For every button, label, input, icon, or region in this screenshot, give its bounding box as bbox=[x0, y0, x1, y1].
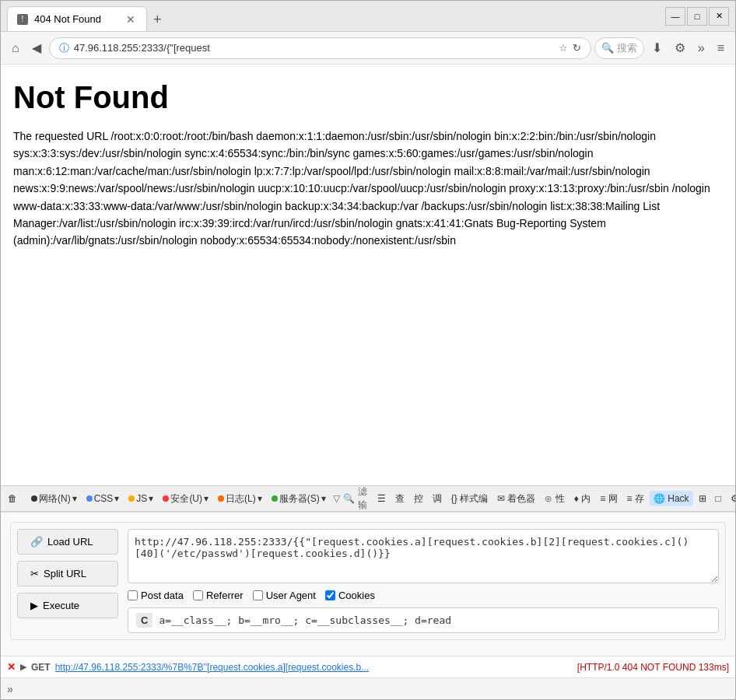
devtools-toolbar: 🗑 网络(N) ▾ CSS ▾ JS ▾ 安全(U) ▾ 日志(L) ▾ bbox=[1, 485, 735, 512]
css-arrow: ▾ bbox=[114, 493, 119, 504]
filter-label: 过滤输出 bbox=[358, 485, 367, 512]
tab-close-button[interactable]: ✕ bbox=[124, 13, 137, 26]
address-input-container[interactable]: ⓘ 47.96.118.255:2333/{"[request ☆ ↻ bbox=[49, 37, 591, 59]
security-arrow: ▾ bbox=[204, 493, 209, 504]
network-tab[interactable]: 网络(N) ▾ bbox=[27, 490, 81, 508]
debug-button[interactable]: 调 bbox=[429, 490, 446, 508]
hack-button[interactable]: 🌐 Hack bbox=[650, 491, 693, 506]
hackbar-main: Post data Referrer User Agent Cooki bbox=[128, 529, 719, 633]
settings-button[interactable]: ⚙ bbox=[670, 37, 690, 58]
cookie-value: a=__class__; b=__mro__; c=__subclasses__… bbox=[159, 614, 710, 626]
log-arrow: ▾ bbox=[258, 493, 262, 504]
server-arrow: ▾ bbox=[321, 493, 326, 504]
save-button[interactable]: ≡ 存 bbox=[623, 490, 648, 508]
execute-button[interactable]: ▶ Execute bbox=[17, 593, 118, 618]
search-icon: 🔍 bbox=[601, 42, 614, 54]
execute-icon: ▶ bbox=[30, 600, 38, 611]
js-arrow: ▾ bbox=[149, 493, 153, 504]
log-tab[interactable]: 日志(L) ▾ bbox=[214, 490, 266, 508]
split-url-icon: ✂ bbox=[30, 568, 39, 579]
error-marker: ✕ bbox=[7, 661, 16, 673]
maximize-button[interactable]: □ bbox=[687, 7, 707, 26]
back-button[interactable]: ◀ bbox=[27, 37, 46, 58]
browser-window: ! 404 Not Found ✕ + — □ ✕ ⌂ ◀ ⓘ 47.96.11… bbox=[0, 0, 736, 700]
prompt-arrow: » bbox=[7, 683, 13, 695]
post-data-checkbox[interactable] bbox=[128, 590, 138, 600]
inspect-button[interactable]: ☰ bbox=[373, 491, 390, 506]
control-button[interactable]: 控 bbox=[410, 490, 427, 508]
hackbar-options: Post data Referrer User Agent Cooki bbox=[128, 590, 719, 601]
page-title: Not Found bbox=[13, 80, 723, 115]
server-label: 服务器(S) bbox=[279, 492, 320, 506]
style-button[interactable]: {} 样式编 bbox=[447, 490, 492, 508]
user-agent-option[interactable]: User Agent bbox=[253, 590, 316, 601]
address-bar: ⌂ ◀ ⓘ 47.96.118.255:2333/{"[request ☆ ↻ … bbox=[1, 32, 735, 65]
more-button[interactable]: » bbox=[693, 38, 710, 58]
inner-button[interactable]: ♦ 内 bbox=[570, 490, 594, 508]
cookie-label: C bbox=[136, 613, 152, 628]
title-bar: ! 404 Not Found ✕ + — □ ✕ bbox=[1, 1, 735, 32]
hackbar-buttons: 🔗 Load URL ✂ Split URL ▶ Execute bbox=[17, 529, 118, 633]
tab-favicon: ! bbox=[17, 14, 28, 25]
cookies-label: Cookies bbox=[338, 590, 375, 601]
search-placeholder: 搜索 bbox=[617, 41, 637, 55]
load-url-label: Load URL bbox=[47, 536, 93, 548]
referrer-option[interactable]: Referrer bbox=[193, 590, 244, 601]
split-url-button[interactable]: ✂ Split URL bbox=[17, 561, 118, 586]
referrer-checkbox[interactable] bbox=[193, 590, 203, 600]
address-text: 47.96.118.255:2333/{"[request bbox=[74, 42, 554, 54]
grid-button[interactable]: ⊞ bbox=[695, 491, 710, 506]
download-button[interactable]: ⬇ bbox=[647, 37, 667, 58]
cookies-option[interactable]: Cookies bbox=[325, 590, 375, 601]
user-agent-checkbox[interactable] bbox=[253, 590, 263, 600]
post-data-option[interactable]: Post data bbox=[128, 590, 184, 601]
close-button[interactable]: ✕ bbox=[709, 7, 729, 26]
search-box[interactable]: 🔍 搜索 bbox=[594, 37, 644, 59]
security-dot bbox=[163, 495, 169, 502]
search-icon-filter: 🔍 bbox=[343, 493, 355, 504]
settings2-button[interactable]: ⚙ bbox=[727, 491, 735, 506]
network-dot bbox=[31, 495, 37, 502]
url-textarea[interactable] bbox=[128, 529, 719, 583]
rect-button[interactable]: □ bbox=[712, 491, 725, 506]
load-url-icon: 🔗 bbox=[30, 536, 43, 548]
split-url-label: Split URL bbox=[44, 568, 86, 579]
expand-arrow[interactable]: ▶ bbox=[20, 662, 26, 672]
security-label: 安全(U) bbox=[170, 492, 202, 506]
log-dot bbox=[218, 495, 224, 502]
perf-button[interactable]: ⊙ 性 bbox=[541, 490, 568, 508]
home-button[interactable]: ⌂ bbox=[7, 38, 24, 58]
hackbar-panel: 🔗 Load URL ✂ Split URL ▶ Execute bbox=[1, 512, 735, 656]
new-tab-button[interactable]: + bbox=[147, 9, 168, 31]
page-content: Not Found The requested URL /root:x:0:0:… bbox=[1, 65, 735, 485]
bookmark-icon[interactable]: ☆ bbox=[559, 42, 568, 54]
net-button[interactable]: ≡ 网 bbox=[596, 490, 621, 508]
filter-area: ▽ 🔍 过滤输出 bbox=[333, 485, 367, 512]
menu-button[interactable]: ≡ bbox=[713, 38, 729, 58]
cookies-checkbox[interactable] bbox=[325, 590, 335, 600]
cookie-row: C a=__class__; b=__mro__; c=__subclasses… bbox=[128, 607, 719, 633]
server-tab[interactable]: 服务器(S) ▾ bbox=[268, 490, 330, 508]
log-url[interactable]: http://47.96.118.255:2333/%7B%7B''[reque… bbox=[55, 662, 573, 673]
log-label: 日志(L) bbox=[226, 492, 256, 506]
load-url-button[interactable]: 🔗 Load URL bbox=[17, 529, 118, 555]
referrer-label: Referrer bbox=[206, 590, 244, 601]
network-label: 网络(N) bbox=[39, 492, 71, 506]
server-dot bbox=[272, 495, 278, 502]
color-button[interactable]: ✉ 着色器 bbox=[493, 490, 539, 508]
minimize-button[interactable]: — bbox=[665, 7, 685, 26]
reload-icon[interactable]: ↻ bbox=[573, 42, 581, 54]
log-status: [HTTP/1.0 404 NOT FOUND 133ms] bbox=[577, 662, 729, 673]
js-label: JS bbox=[136, 493, 147, 504]
post-data-label: Post data bbox=[141, 590, 184, 601]
user-agent-label: User Agent bbox=[266, 590, 316, 601]
tab-strip: ! 404 Not Found ✕ + bbox=[7, 1, 656, 31]
js-tab[interactable]: JS ▾ bbox=[124, 491, 157, 506]
query-button[interactable]: 查 bbox=[391, 490, 408, 508]
filter-icon: ▽ bbox=[333, 493, 340, 504]
css-tab[interactable]: CSS ▾ bbox=[82, 491, 124, 506]
tab-title: 404 Not Found bbox=[34, 13, 118, 25]
trash-button[interactable]: 🗑 bbox=[4, 491, 21, 506]
security-tab[interactable]: 安全(U) ▾ bbox=[159, 490, 212, 508]
active-tab[interactable]: ! 404 Not Found ✕ bbox=[7, 6, 147, 31]
